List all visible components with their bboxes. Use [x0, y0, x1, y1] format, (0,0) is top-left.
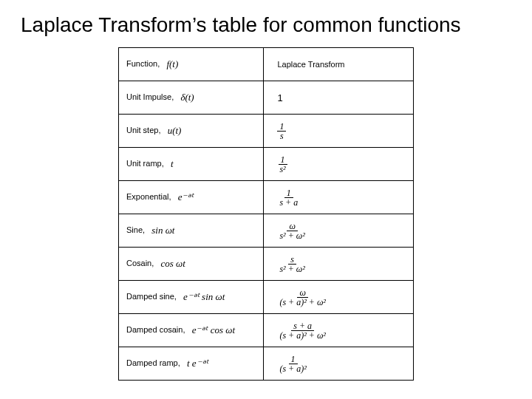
header-function: Function, f(t)	[119, 48, 264, 81]
cell-lt: s s² + ω²	[264, 248, 414, 281]
cell-lt: s + a (s + a)² + ω²	[264, 314, 414, 347]
laplace-table: Function, f(t) Laplace Transform Unit Im…	[118, 47, 414, 381]
func-label: Sine,	[126, 225, 145, 234]
func-math: t e⁻ᵃᵗ	[187, 358, 208, 369]
cell-lt: 1 s²	[264, 148, 414, 181]
table-row: Exponential, e⁻ᵃᵗ 1 s + a	[119, 181, 414, 214]
lt-den: s + a	[277, 198, 300, 207]
func-label: Unit ramp,	[126, 159, 164, 168]
lt-text: 1	[277, 92, 282, 103]
func-math: δ(t)	[180, 92, 194, 103]
cell-func: Cosain, cos ωt	[119, 248, 264, 281]
cell-lt: 1	[264, 81, 414, 115]
lt-num: ω	[297, 288, 307, 298]
func-math: e⁻ᵃᵗ	[178, 191, 194, 203]
cell-lt: ω s² + ω²	[264, 214, 414, 248]
cell-func: Unit step, u(t)	[119, 115, 264, 148]
func-label: Cosain,	[126, 259, 154, 267]
table-row: Unit step, u(t) 1 s	[119, 115, 414, 148]
cell-func: Damped ramp, t e⁻ᵃᵗ	[119, 347, 264, 381]
lt-den: (s + a)² + ω²	[277, 298, 328, 307]
lt-frac: ω s² + ω²	[277, 222, 307, 240]
cell-lt: ω (s + a)² + ω²	[264, 281, 414, 314]
lt-frac: 1 s + a	[277, 188, 300, 207]
header-laplace: Laplace Transform	[264, 48, 414, 81]
table-header-row: Function, f(t) Laplace Transform	[119, 48, 414, 81]
lt-frac: 1 s²	[277, 155, 287, 174]
table-row: Damped ramp, t e⁻ᵃᵗ 1 (s + a)²	[119, 347, 414, 381]
func-math: u(t)	[168, 125, 182, 137]
lt-den: (s + a)²	[277, 364, 308, 373]
lt-num: s + a	[291, 321, 314, 331]
lt-num: 1	[277, 122, 286, 132]
cell-func: Damped cosain, e⁻ᵃᵗ cos ωt	[119, 314, 264, 347]
cell-func: Damped sine, e⁻ᵃᵗ sin ωt	[119, 281, 264, 314]
lt-frac: 1 (s + a)²	[277, 355, 308, 373]
lt-frac: s + a (s + a)² + ω²	[277, 321, 328, 340]
func-label: Damped sine,	[126, 292, 177, 301]
header-laplace-label: Laplace Transform	[277, 60, 344, 69]
table-row: Damped sine, e⁻ᵃᵗ sin ωt ω (s + a)² + ω²	[119, 281, 414, 314]
func-math: sin ωt	[151, 225, 174, 236]
cell-func: Unit Impulse, δ(t)	[119, 81, 264, 115]
header-function-label: Function,	[126, 59, 160, 68]
lt-frac: ω (s + a)² + ω²	[277, 288, 328, 307]
page-title: Laplace Transform’s table for common fun…	[21, 13, 511, 37]
func-math: e⁻ᵃᵗ cos ωt	[192, 324, 235, 336]
cell-lt: 1 s + a	[264, 181, 414, 214]
table-row: Sine, sin ωt ω s² + ω²	[119, 214, 414, 248]
lt-num: s	[288, 255, 296, 265]
func-math: t	[171, 158, 174, 170]
table-row: Damped cosain, e⁻ᵃᵗ cos ωt s + a (s + a)…	[119, 314, 414, 347]
lt-num: ω	[287, 222, 297, 231]
cell-func: Unit ramp, t	[119, 148, 264, 181]
lt-frac: s s² + ω²	[277, 255, 307, 273]
cell-func: Exponential, e⁻ᵃᵗ	[119, 181, 264, 214]
cell-lt: 1 (s + a)²	[264, 347, 414, 381]
lt-num: 1	[284, 188, 293, 198]
lt-den: s²	[277, 165, 287, 174]
table-row: Cosain, cos ωt s s² + ω²	[119, 248, 414, 281]
func-label: Unit step,	[126, 126, 160, 134]
func-math: cos ωt	[160, 258, 185, 270]
func-label: Unit Impulse,	[126, 92, 174, 101]
table-row: Unit Impulse, δ(t) 1	[119, 81, 414, 115]
func-label: Damped ramp,	[126, 358, 180, 367]
header-function-math: f(t)	[166, 58, 178, 70]
cell-func: Sine, sin ωt	[119, 214, 264, 248]
cell-lt: 1 s	[264, 115, 414, 148]
table-row: Unit ramp, t 1 s²	[119, 148, 414, 181]
lt-frac: 1 s	[277, 122, 286, 140]
func-label: Damped cosain,	[126, 325, 185, 334]
func-label: Exponential,	[126, 192, 171, 201]
lt-den: (s + a)² + ω²	[277, 331, 328, 340]
lt-num: 1	[279, 155, 287, 165]
lt-den: s	[278, 132, 286, 140]
lt-den: s² + ω²	[277, 265, 307, 273]
lt-den: s² + ω²	[277, 231, 307, 240]
func-math: e⁻ᵃᵗ sin ωt	[183, 291, 225, 303]
lt-num: 1	[289, 355, 298, 364]
